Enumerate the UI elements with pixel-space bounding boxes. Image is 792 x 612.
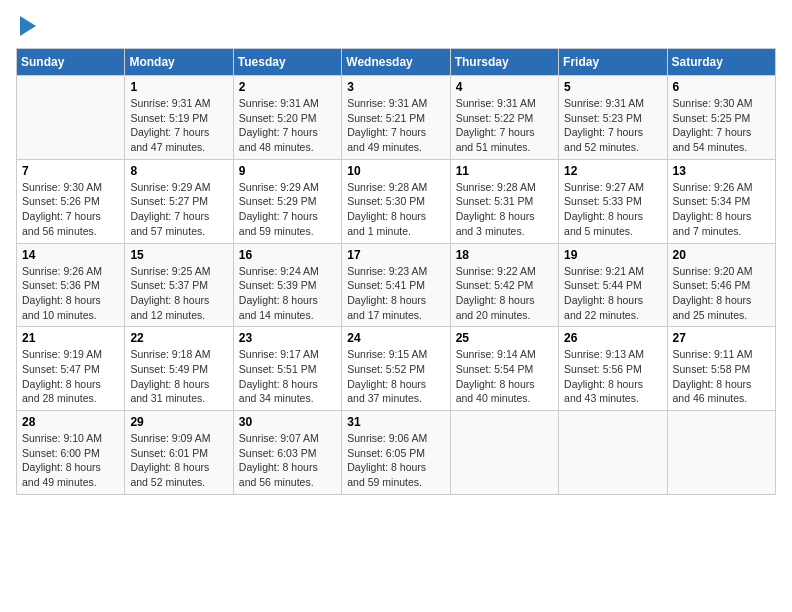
cell-info: Sunrise: 9:31 AMSunset: 5:19 PMDaylight:… bbox=[130, 96, 227, 155]
day-number: 2 bbox=[239, 80, 336, 94]
calendar-cell: 24Sunrise: 9:15 AMSunset: 5:52 PMDayligh… bbox=[342, 327, 450, 411]
header-cell-thursday: Thursday bbox=[450, 49, 558, 76]
calendar-cell: 7Sunrise: 9:30 AMSunset: 5:26 PMDaylight… bbox=[17, 159, 125, 243]
cell-info: Sunrise: 9:06 AMSunset: 6:05 PMDaylight:… bbox=[347, 431, 444, 490]
cell-info: Sunrise: 9:14 AMSunset: 5:54 PMDaylight:… bbox=[456, 347, 553, 406]
day-number: 1 bbox=[130, 80, 227, 94]
day-number: 23 bbox=[239, 331, 336, 345]
week-row-4: 21Sunrise: 9:19 AMSunset: 5:47 PMDayligh… bbox=[17, 327, 776, 411]
calendar-cell: 13Sunrise: 9:26 AMSunset: 5:34 PMDayligh… bbox=[667, 159, 775, 243]
day-number: 14 bbox=[22, 248, 119, 262]
calendar-cell: 23Sunrise: 9:17 AMSunset: 5:51 PMDayligh… bbox=[233, 327, 341, 411]
day-number: 15 bbox=[130, 248, 227, 262]
cell-info: Sunrise: 9:29 AMSunset: 5:27 PMDaylight:… bbox=[130, 180, 227, 239]
day-number: 18 bbox=[456, 248, 553, 262]
week-row-2: 7Sunrise: 9:30 AMSunset: 5:26 PMDaylight… bbox=[17, 159, 776, 243]
cell-info: Sunrise: 9:07 AMSunset: 6:03 PMDaylight:… bbox=[239, 431, 336, 490]
day-number: 7 bbox=[22, 164, 119, 178]
week-row-1: 1Sunrise: 9:31 AMSunset: 5:19 PMDaylight… bbox=[17, 76, 776, 160]
cell-info: Sunrise: 9:18 AMSunset: 5:49 PMDaylight:… bbox=[130, 347, 227, 406]
day-number: 30 bbox=[239, 415, 336, 429]
cell-info: Sunrise: 9:11 AMSunset: 5:58 PMDaylight:… bbox=[673, 347, 770, 406]
calendar-cell: 1Sunrise: 9:31 AMSunset: 5:19 PMDaylight… bbox=[125, 76, 233, 160]
cell-info: Sunrise: 9:19 AMSunset: 5:47 PMDaylight:… bbox=[22, 347, 119, 406]
day-number: 13 bbox=[673, 164, 770, 178]
calendar-cell: 15Sunrise: 9:25 AMSunset: 5:37 PMDayligh… bbox=[125, 243, 233, 327]
cell-info: Sunrise: 9:24 AMSunset: 5:39 PMDaylight:… bbox=[239, 264, 336, 323]
cell-info: Sunrise: 9:31 AMSunset: 5:23 PMDaylight:… bbox=[564, 96, 661, 155]
logo-arrow-icon bbox=[20, 16, 36, 36]
cell-info: Sunrise: 9:28 AMSunset: 5:30 PMDaylight:… bbox=[347, 180, 444, 239]
week-row-5: 28Sunrise: 9:10 AMSunset: 6:00 PMDayligh… bbox=[17, 411, 776, 495]
day-number: 22 bbox=[130, 331, 227, 345]
cell-info: Sunrise: 9:31 AMSunset: 5:21 PMDaylight:… bbox=[347, 96, 444, 155]
cell-info: Sunrise: 9:10 AMSunset: 6:00 PMDaylight:… bbox=[22, 431, 119, 490]
calendar-cell: 10Sunrise: 9:28 AMSunset: 5:30 PMDayligh… bbox=[342, 159, 450, 243]
day-number: 28 bbox=[22, 415, 119, 429]
day-number: 26 bbox=[564, 331, 661, 345]
cell-info: Sunrise: 9:23 AMSunset: 5:41 PMDaylight:… bbox=[347, 264, 444, 323]
day-number: 29 bbox=[130, 415, 227, 429]
cell-info: Sunrise: 9:27 AMSunset: 5:33 PMDaylight:… bbox=[564, 180, 661, 239]
calendar-cell: 30Sunrise: 9:07 AMSunset: 6:03 PMDayligh… bbox=[233, 411, 341, 495]
day-number: 31 bbox=[347, 415, 444, 429]
day-number: 8 bbox=[130, 164, 227, 178]
header-cell-monday: Monday bbox=[125, 49, 233, 76]
page-header bbox=[16, 16, 776, 36]
calendar-cell: 8Sunrise: 9:29 AMSunset: 5:27 PMDaylight… bbox=[125, 159, 233, 243]
cell-info: Sunrise: 9:09 AMSunset: 6:01 PMDaylight:… bbox=[130, 431, 227, 490]
header-cell-friday: Friday bbox=[559, 49, 667, 76]
cell-info: Sunrise: 9:21 AMSunset: 5:44 PMDaylight:… bbox=[564, 264, 661, 323]
cell-info: Sunrise: 9:25 AMSunset: 5:37 PMDaylight:… bbox=[130, 264, 227, 323]
day-number: 3 bbox=[347, 80, 444, 94]
day-number: 17 bbox=[347, 248, 444, 262]
calendar-cell bbox=[667, 411, 775, 495]
day-number: 12 bbox=[564, 164, 661, 178]
cell-info: Sunrise: 9:29 AMSunset: 5:29 PMDaylight:… bbox=[239, 180, 336, 239]
calendar-cell: 18Sunrise: 9:22 AMSunset: 5:42 PMDayligh… bbox=[450, 243, 558, 327]
calendar-cell bbox=[559, 411, 667, 495]
calendar-cell: 16Sunrise: 9:24 AMSunset: 5:39 PMDayligh… bbox=[233, 243, 341, 327]
day-number: 19 bbox=[564, 248, 661, 262]
calendar-cell: 9Sunrise: 9:29 AMSunset: 5:29 PMDaylight… bbox=[233, 159, 341, 243]
day-number: 21 bbox=[22, 331, 119, 345]
calendar-cell: 26Sunrise: 9:13 AMSunset: 5:56 PMDayligh… bbox=[559, 327, 667, 411]
calendar-cell: 22Sunrise: 9:18 AMSunset: 5:49 PMDayligh… bbox=[125, 327, 233, 411]
cell-info: Sunrise: 9:13 AMSunset: 5:56 PMDaylight:… bbox=[564, 347, 661, 406]
cell-info: Sunrise: 9:15 AMSunset: 5:52 PMDaylight:… bbox=[347, 347, 444, 406]
header-cell-wednesday: Wednesday bbox=[342, 49, 450, 76]
day-number: 5 bbox=[564, 80, 661, 94]
cell-info: Sunrise: 9:30 AMSunset: 5:26 PMDaylight:… bbox=[22, 180, 119, 239]
day-number: 11 bbox=[456, 164, 553, 178]
week-row-3: 14Sunrise: 9:26 AMSunset: 5:36 PMDayligh… bbox=[17, 243, 776, 327]
calendar-cell: 25Sunrise: 9:14 AMSunset: 5:54 PMDayligh… bbox=[450, 327, 558, 411]
day-number: 16 bbox=[239, 248, 336, 262]
day-number: 9 bbox=[239, 164, 336, 178]
calendar-cell: 12Sunrise: 9:27 AMSunset: 5:33 PMDayligh… bbox=[559, 159, 667, 243]
calendar-cell: 14Sunrise: 9:26 AMSunset: 5:36 PMDayligh… bbox=[17, 243, 125, 327]
cell-info: Sunrise: 9:20 AMSunset: 5:46 PMDaylight:… bbox=[673, 264, 770, 323]
day-number: 20 bbox=[673, 248, 770, 262]
calendar-cell bbox=[450, 411, 558, 495]
day-number: 27 bbox=[673, 331, 770, 345]
calendar-cell: 11Sunrise: 9:28 AMSunset: 5:31 PMDayligh… bbox=[450, 159, 558, 243]
cell-info: Sunrise: 9:17 AMSunset: 5:51 PMDaylight:… bbox=[239, 347, 336, 406]
cell-info: Sunrise: 9:22 AMSunset: 5:42 PMDaylight:… bbox=[456, 264, 553, 323]
day-number: 10 bbox=[347, 164, 444, 178]
calendar-cell: 5Sunrise: 9:31 AMSunset: 5:23 PMDaylight… bbox=[559, 76, 667, 160]
calendar-cell: 6Sunrise: 9:30 AMSunset: 5:25 PMDaylight… bbox=[667, 76, 775, 160]
header-cell-sunday: Sunday bbox=[17, 49, 125, 76]
cell-info: Sunrise: 9:30 AMSunset: 5:25 PMDaylight:… bbox=[673, 96, 770, 155]
calendar-cell: 20Sunrise: 9:20 AMSunset: 5:46 PMDayligh… bbox=[667, 243, 775, 327]
cell-info: Sunrise: 9:31 AMSunset: 5:20 PMDaylight:… bbox=[239, 96, 336, 155]
calendar-cell: 2Sunrise: 9:31 AMSunset: 5:20 PMDaylight… bbox=[233, 76, 341, 160]
day-number: 24 bbox=[347, 331, 444, 345]
day-number: 25 bbox=[456, 331, 553, 345]
day-number: 6 bbox=[673, 80, 770, 94]
logo bbox=[16, 16, 36, 36]
calendar-cell: 3Sunrise: 9:31 AMSunset: 5:21 PMDaylight… bbox=[342, 76, 450, 160]
calendar-cell: 19Sunrise: 9:21 AMSunset: 5:44 PMDayligh… bbox=[559, 243, 667, 327]
cell-info: Sunrise: 9:31 AMSunset: 5:22 PMDaylight:… bbox=[456, 96, 553, 155]
cell-info: Sunrise: 9:26 AMSunset: 5:36 PMDaylight:… bbox=[22, 264, 119, 323]
header-cell-saturday: Saturday bbox=[667, 49, 775, 76]
